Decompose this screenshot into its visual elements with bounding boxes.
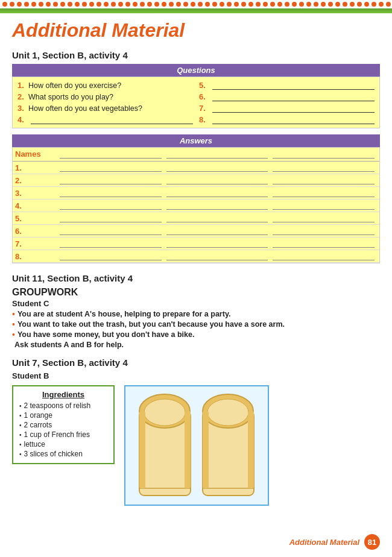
dot bbox=[133, 2, 138, 7]
dot bbox=[299, 2, 304, 7]
answer-cell-7-2 bbox=[166, 239, 268, 248]
dot bbox=[111, 2, 116, 7]
dot bbox=[154, 2, 159, 7]
question-num-8: 8. bbox=[199, 115, 209, 124]
unit11-student-label: Student C bbox=[12, 299, 380, 308]
answer-cell-3-2 bbox=[166, 189, 268, 197]
ingredient-bullet-3: • bbox=[19, 422, 22, 429]
dot bbox=[234, 2, 239, 7]
svg-rect-11 bbox=[248, 411, 254, 488]
ingredient-text-6: 3 slices of chicken bbox=[24, 450, 83, 458]
answer-num-5: 5. bbox=[15, 214, 57, 223]
dot bbox=[96, 2, 101, 7]
dot bbox=[198, 2, 203, 7]
dot bbox=[125, 2, 130, 7]
page-title: Additional Material bbox=[12, 19, 380, 42]
dot bbox=[140, 2, 145, 7]
bread-slice-1 bbox=[136, 393, 194, 499]
footer-page-badge: 81 bbox=[364, 534, 380, 550]
answers-section: Answers Names 1. 2. bbox=[12, 134, 380, 263]
dot bbox=[335, 2, 340, 7]
answer-cell-3-1 bbox=[60, 189, 162, 197]
dot bbox=[379, 2, 384, 7]
ingredient-text-1: 2 teaspoons of relish bbox=[24, 401, 91, 410]
dot bbox=[104, 2, 109, 7]
dots-inner bbox=[2, 2, 392, 7]
answer-cell-2-1 bbox=[60, 176, 162, 184]
answer-row-8: 8. bbox=[13, 250, 379, 263]
question-line-5 bbox=[212, 81, 375, 90]
svg-point-8 bbox=[207, 399, 248, 426]
dots-bar bbox=[0, 0, 392, 8]
question-num-1: 1. bbox=[17, 81, 27, 90]
answer-row-4: 4. bbox=[13, 200, 379, 212]
question-item-7: 7. bbox=[199, 104, 375, 113]
dot bbox=[248, 2, 253, 7]
answer-cell-2-3 bbox=[273, 176, 375, 184]
answer-row-1: 1. bbox=[13, 162, 379, 174]
answer-cell-5-2 bbox=[166, 214, 268, 222]
answers-header-row: Names bbox=[13, 148, 379, 162]
dot bbox=[2, 2, 7, 7]
dot bbox=[75, 2, 80, 7]
green-accent-bar bbox=[0, 8, 392, 13]
bullet-text-3: You have some money, but you don't have … bbox=[17, 330, 195, 339]
unit1-section: Unit 1, Section B, activity 4 Questions … bbox=[12, 50, 380, 263]
dot bbox=[46, 2, 51, 7]
dot bbox=[314, 2, 318, 7]
col-header-line-1 bbox=[60, 150, 162, 159]
question-item-3: 3. How often do you eat vegetables? bbox=[17, 104, 193, 113]
answer-row-3: 3. bbox=[13, 187, 379, 200]
unit11-bullet-1: • You are at student A's house, helping … bbox=[12, 310, 380, 319]
dot bbox=[350, 2, 355, 7]
question-num-3: 3. bbox=[17, 104, 27, 113]
bread-slice-2 bbox=[200, 393, 257, 499]
answer-num-7: 7. bbox=[15, 239, 57, 248]
question-num-4: 4. bbox=[17, 115, 27, 124]
question-num-2: 2. bbox=[17, 92, 27, 101]
answer-row-2: 2. bbox=[13, 174, 379, 187]
unit11-bullet-4: Ask students A and B for help. bbox=[12, 341, 380, 349]
answer-row-7: 7. bbox=[13, 238, 379, 250]
answer-cell-8-3 bbox=[273, 252, 375, 260]
question-num-6: 6. bbox=[199, 92, 209, 101]
dot bbox=[169, 2, 174, 7]
ingredient-bullet-4: • bbox=[19, 432, 22, 438]
question-text-3: How often do you eat vegetables? bbox=[28, 104, 142, 113]
answer-num-6: 6. bbox=[15, 227, 57, 236]
unit7-header: Unit 7, Section B, activity 4 bbox=[12, 357, 380, 368]
answer-cell-8-1 bbox=[60, 252, 162, 260]
answer-cell-7-1 bbox=[60, 239, 162, 248]
page-footer: Additional Material 81 bbox=[289, 534, 380, 550]
answer-cell-6-1 bbox=[60, 227, 162, 235]
dot bbox=[371, 2, 376, 7]
question-line-4 bbox=[31, 116, 193, 124]
dot bbox=[60, 2, 65, 7]
ingredient-bullet-2: • bbox=[19, 412, 22, 419]
answer-cell-6-2 bbox=[166, 227, 268, 235]
ingredients-box: Ingredients • 2 teaspoons of relish • 1 … bbox=[12, 385, 115, 464]
question-text-2: What sports do you play? bbox=[28, 93, 113, 101]
questions-grid: 1. How often do you exercise? 5. 2. What… bbox=[12, 77, 380, 128]
dot bbox=[191, 2, 195, 7]
question-item-6: 6. bbox=[199, 92, 375, 101]
dot bbox=[277, 2, 282, 7]
svg-rect-10 bbox=[203, 411, 209, 488]
col-header-line-3 bbox=[273, 150, 375, 159]
dot bbox=[53, 2, 58, 7]
ingredient-2: • 1 orange bbox=[19, 411, 107, 420]
dot bbox=[256, 2, 261, 7]
answer-cell-6-3 bbox=[273, 227, 375, 235]
main-content: Additional Material Unit 1, Section B, a… bbox=[0, 13, 392, 530]
unit7-student-label: Student B bbox=[12, 371, 380, 380]
answer-row-6: 6. bbox=[13, 225, 379, 238]
dot bbox=[10, 2, 14, 7]
svg-point-2 bbox=[144, 399, 185, 426]
answer-num-4: 4. bbox=[15, 201, 57, 210]
answer-num-1: 1. bbox=[15, 163, 57, 172]
dot bbox=[89, 2, 94, 7]
dot bbox=[39, 2, 43, 7]
answer-cell-5-3 bbox=[273, 214, 375, 222]
bullet-icon-2: • bbox=[12, 319, 15, 329]
question-num-7: 7. bbox=[199, 104, 209, 113]
